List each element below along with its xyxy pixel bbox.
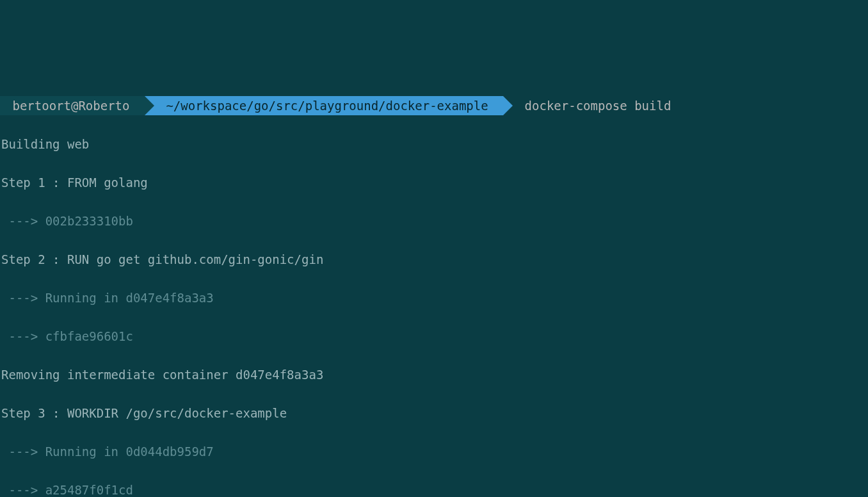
terminal-window[interactable]: bertoort@Roberto ~/workspace/go/src/play… xyxy=(0,58,868,497)
output-line: ---> 002b233310bb xyxy=(0,211,868,231)
output-line: ---> Running in d047e4f8a3a3 xyxy=(0,288,868,307)
output-line: Step 3 : WORKDIR /go/src/docker-example xyxy=(0,403,868,423)
output-line: Removing intermediate container d047e4f8… xyxy=(0,365,868,384)
prompt-command: docker-compose build xyxy=(503,96,671,115)
output-line: Step 1 : FROM golang xyxy=(0,173,868,192)
output-line: ---> a25487f0f1cd xyxy=(0,480,868,497)
prompt-path: ~/workspace/go/src/playground/docker-exa… xyxy=(145,96,503,115)
output-line: ---> Running in 0d044db959d7 xyxy=(0,442,868,461)
prompt-line-1: bertoort@Roberto ~/workspace/go/src/play… xyxy=(0,96,868,115)
output-line: Building web xyxy=(0,134,868,154)
output-line: Step 2 : RUN go get github.com/gin-gonic… xyxy=(0,250,868,269)
prompt-user: bertoort@Roberto xyxy=(0,96,145,115)
output-line: ---> cfbfae96601c xyxy=(0,327,868,346)
